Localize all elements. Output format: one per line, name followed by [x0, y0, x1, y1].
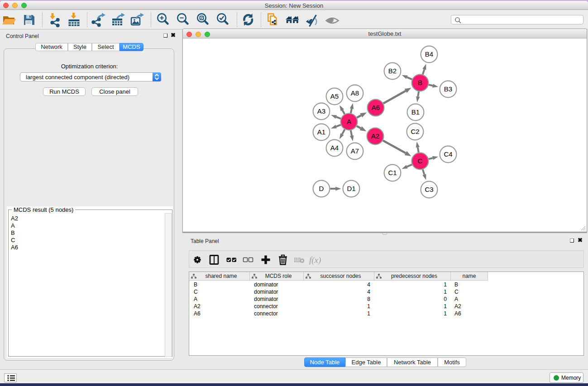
svg-text:A3: A3 — [317, 107, 325, 115]
svg-text:A2: A2 — [371, 132, 379, 140]
svg-text:D1: D1 — [347, 185, 355, 192]
svg-text:C3: C3 — [425, 186, 433, 193]
svg-text:f(x): f(x) — [309, 255, 321, 265]
svg-text:D: D — [319, 185, 324, 192]
svg-text:A: A — [347, 118, 351, 125]
svg-text:A1: A1 — [317, 128, 325, 136]
svg-text:A5: A5 — [330, 92, 339, 100]
svg-text:B1: B1 — [411, 108, 420, 116]
svg-text:A7: A7 — [351, 147, 359, 155]
svg-text:C1: C1 — [388, 169, 397, 176]
svg-text:B2: B2 — [388, 67, 397, 75]
svg-text:B3: B3 — [444, 85, 452, 93]
svg-text:A4: A4 — [330, 144, 339, 152]
svg-text:C4: C4 — [444, 150, 452, 158]
svg-text:A6: A6 — [372, 104, 380, 111]
svg-text:C: C — [418, 157, 423, 165]
svg-text:C2: C2 — [411, 128, 419, 135]
svg-text:B: B — [418, 79, 422, 86]
svg-text:A8: A8 — [351, 89, 359, 97]
svg-text:B4: B4 — [425, 50, 433, 58]
